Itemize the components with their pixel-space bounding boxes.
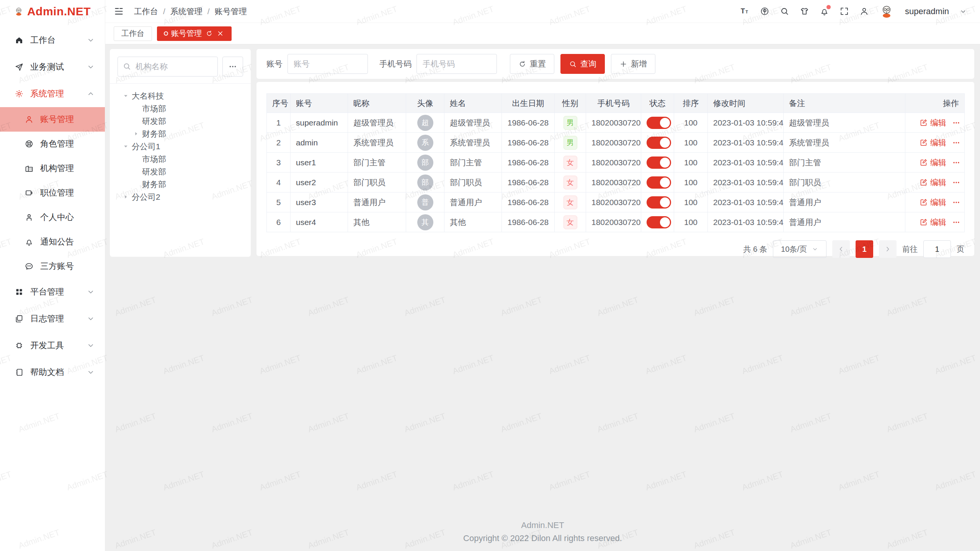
status-toggle[interactable]: [647, 137, 671, 149]
notification-icon[interactable]: [820, 7, 829, 16]
row-more-button[interactable]: [952, 119, 960, 127]
row-more-button[interactable]: [952, 139, 960, 147]
search-button[interactable]: 查询: [560, 54, 605, 74]
theme-icon[interactable]: [800, 7, 809, 16]
tab[interactable]: 工作台: [114, 26, 152, 41]
edit-button[interactable]: 编辑: [920, 137, 946, 148]
sidebar-subitem-label: 账号管理: [40, 114, 74, 125]
sidebar-item[interactable]: 系统管理: [0, 80, 105, 107]
cell-modified: 2023-01-03 10:59:44: [708, 153, 784, 173]
breadcrumb-item[interactable]: 系统管理: [170, 6, 203, 17]
column-header: 姓名: [444, 94, 502, 113]
status-toggle[interactable]: [647, 176, 671, 189]
edit-button[interactable]: 编辑: [920, 197, 946, 208]
sidebar-item-label: 业务测试: [30, 61, 64, 73]
add-button[interactable]: 新增: [611, 54, 655, 74]
cell-phone: 18020030720: [586, 212, 641, 232]
sidebar-subitem[interactable]: 三方账号: [0, 254, 105, 279]
sidebar-subitem[interactable]: 个人中心: [0, 205, 105, 230]
cell-sort: 100: [674, 133, 708, 153]
chevron-down-icon[interactable]: [959, 8, 967, 15]
chevron-down-icon: [87, 288, 95, 296]
sidebar-subitem[interactable]: 角色管理: [0, 132, 105, 156]
tree-node[interactable]: 财务部: [118, 178, 243, 191]
table-row: 1superadmin超级管理员超超级管理员1986-06-28男1802003…: [267, 113, 965, 133]
tree-node[interactable]: 财务部: [118, 127, 243, 140]
divider: [110, 83, 251, 84]
sidebar-subitem[interactable]: 机构管理: [0, 156, 105, 181]
sidebar-item[interactable]: 帮助文档: [0, 359, 105, 386]
tab-active-dot-icon: [165, 32, 167, 35]
refresh-icon[interactable]: [206, 30, 213, 37]
sidebar-item[interactable]: 业务测试: [0, 54, 105, 80]
user-icon: [24, 115, 34, 124]
fullscreen-icon[interactable]: [840, 7, 849, 16]
tree-node[interactable]: 市场部: [118, 153, 243, 165]
tree-node[interactable]: 研发部: [118, 115, 243, 127]
tools-icon: [15, 341, 24, 350]
cell-account: superadmin: [291, 113, 348, 133]
goto-page-input[interactable]: [923, 240, 951, 258]
sidebar-item[interactable]: 日志管理: [0, 305, 105, 332]
tree-node[interactable]: 分公司1: [118, 140, 243, 153]
sidebar-subitem[interactable]: 职位管理: [0, 181, 105, 205]
status-toggle[interactable]: [647, 117, 671, 129]
close-icon[interactable]: [217, 30, 224, 37]
caret-down-icon[interactable]: [122, 143, 132, 150]
avatar: 系: [417, 135, 433, 151]
tree-node[interactable]: 分公司2: [118, 191, 243, 203]
tree-node[interactable]: 大名科技: [118, 90, 243, 102]
page-size-select[interactable]: 10条/页: [773, 240, 826, 258]
sidebar-subitem[interactable]: 通知公告: [0, 230, 105, 254]
cell-sort: 100: [674, 153, 708, 173]
breadcrumb-item[interactable]: 工作台: [134, 6, 158, 17]
edit-button[interactable]: 编辑: [920, 217, 946, 228]
edit-button[interactable]: 编辑: [920, 117, 946, 128]
row-more-button[interactable]: [952, 158, 960, 167]
tree-more-button[interactable]: [222, 57, 243, 77]
sidebar-subitem[interactable]: 账号管理: [0, 107, 105, 132]
chevron-down-icon: [87, 368, 95, 377]
caret-down-icon[interactable]: [122, 93, 132, 99]
row-more-button[interactable]: [952, 218, 960, 227]
user-icon[interactable]: [859, 7, 869, 16]
account-input[interactable]: [287, 54, 368, 74]
menu-fold-icon[interactable]: [114, 6, 124, 16]
sidebar-item[interactable]: 工作台: [0, 27, 105, 54]
status-toggle[interactable]: [647, 156, 671, 169]
cell-seq: 2: [267, 133, 291, 153]
language-icon[interactable]: [760, 7, 769, 16]
edit-button[interactable]: 编辑: [920, 157, 946, 168]
chevron-down-icon: [87, 63, 95, 71]
status-toggle[interactable]: [647, 196, 671, 209]
user-avatar[interactable]: [879, 4, 894, 19]
font-size-icon[interactable]: TT: [740, 7, 750, 16]
sidebar-item[interactable]: 开发工具: [0, 332, 105, 359]
row-more-button[interactable]: [952, 178, 960, 187]
caret-right-icon[interactable]: [122, 194, 132, 200]
cell-sort: 100: [674, 212, 708, 232]
bell-icon: [24, 237, 34, 246]
breadcrumb-item[interactable]: 账号管理: [215, 6, 247, 17]
org-name-search-input[interactable]: [118, 57, 218, 77]
tree-node[interactable]: 研发部: [118, 165, 243, 178]
gender-badge: 女: [564, 215, 577, 229]
sidebar-item-label: 日志管理: [30, 313, 64, 324]
next-page-button[interactable]: [879, 240, 897, 258]
tree-node[interactable]: 市场部: [118, 102, 243, 115]
edit-button[interactable]: 编辑: [920, 177, 946, 188]
status-toggle[interactable]: [647, 216, 671, 228]
current-page-button[interactable]: 1: [856, 240, 873, 258]
tab-active[interactable]: 账号管理: [157, 26, 232, 41]
phone-input[interactable]: [416, 54, 497, 74]
prev-page-button[interactable]: [832, 240, 850, 258]
search-icon[interactable]: [780, 7, 789, 16]
caret-right-icon[interactable]: [133, 130, 142, 137]
gender-badge: 男: [564, 116, 577, 130]
reset-button[interactable]: 重置: [510, 54, 554, 74]
sidebar-item[interactable]: 平台管理: [0, 279, 105, 305]
tree-node-label: 市场部: [142, 154, 166, 165]
username[interactable]: superadmin: [905, 7, 949, 16]
page-unit-label: 页: [957, 244, 964, 254]
row-more-button[interactable]: [952, 198, 960, 207]
